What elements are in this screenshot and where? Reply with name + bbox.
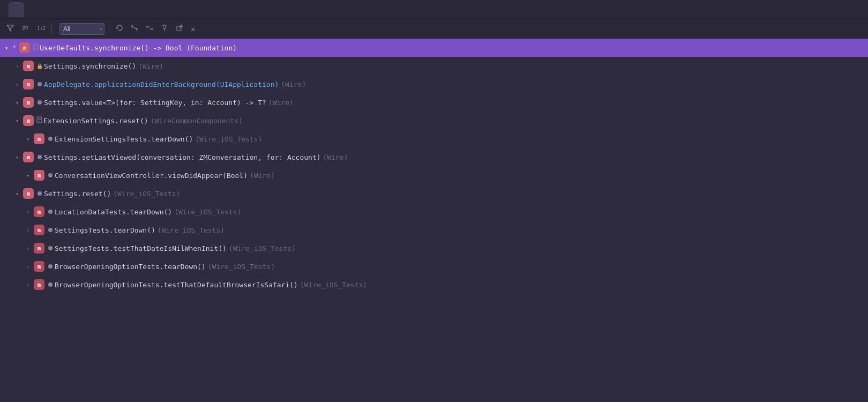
method-badge: m [19, 42, 30, 53]
svg-line-10 [179, 25, 182, 28]
tab-bar-right [851, 9, 864, 11]
tree-row[interactable]: ›mAppDelegate.applicationDidEnterBackgro… [0, 75, 868, 93]
collapse-icon[interactable] [144, 23, 155, 34]
method-badge: m [34, 279, 44, 290]
expand-arrow-icon[interactable]: ▾ [13, 191, 21, 197]
row-method-name: BrowserOpeningOptionTests.tearDown() [55, 263, 206, 271]
access-dot-icon [48, 228, 53, 232]
access-dot-icon [38, 155, 42, 159]
expand-icon[interactable] [129, 23, 140, 34]
row-module-name: (Wire_iOS_Tests) [300, 281, 367, 289]
method-badge: m [23, 97, 34, 108]
minimize-icon[interactable] [859, 9, 864, 11]
scope-select[interactable]: All Project Workspace [59, 23, 104, 35]
expand-arrow-icon[interactable]: ▾ [13, 154, 21, 160]
row-module-name: (Wire) [138, 62, 163, 70]
tab-bar-left [4, 2, 24, 17]
row-module-name: (Wire_iOS_Tests) [174, 208, 241, 216]
scope-wrapper[interactable]: All Project Workspace ▾ [59, 23, 104, 35]
call-hierarchy-tree[interactable]: ▾*mUserDefaults.synchronize() -> Bool (F… [0, 39, 868, 402]
tree-row[interactable]: ▾mSettings.reset() (Wire_iOS_Tests) [0, 184, 868, 203]
row-method-name: SettingsTests.tearDown() [55, 226, 155, 234]
star-icon: * [12, 44, 16, 51]
sort-numeric-icon[interactable]: 1↓2 [34, 23, 47, 34]
tree-row[interactable]: ▾mConversationViewController.viewDidAppe… [0, 166, 868, 184]
tree-row[interactable]: ›mBrowserOpeningOptionTests.tearDown() (… [0, 257, 868, 276]
tree-row[interactable]: ›mSettingsTests.tearDown() (Wire_iOS_Tes… [0, 221, 868, 239]
access-dot-icon [48, 173, 53, 177]
method-badge: m [34, 243, 44, 254]
method-badge: m [23, 115, 34, 126]
tree-row[interactable]: ▾mSettings.setLastViewed(conversation: Z… [0, 148, 868, 166]
row-method-name: BrowserOpeningOptionTests.testThatDefaul… [55, 281, 298, 289]
open-external-icon[interactable] [174, 23, 185, 34]
row-method-name: Settings.synchronize() [44, 62, 136, 70]
expand-arrow-icon[interactable]: ▾ [24, 136, 32, 142]
row-method-name: ConversationViewController.viewDidAppear… [55, 172, 248, 180]
expand-arrow-icon[interactable]: › [24, 227, 32, 233]
tree-row[interactable]: ›mBrowserOpeningOptionTests.testThatDefa… [0, 276, 868, 294]
method-badge: m [34, 133, 44, 144]
expand-arrow-icon[interactable]: › [24, 264, 32, 270]
method-badge: m [34, 261, 44, 272]
tree-row[interactable]: ▾mExtensionSettings.reset() (WireCommonC… [0, 111, 868, 130]
expand-arrow-icon[interactable]: › [24, 282, 32, 288]
row-module-name: (Wire) [268, 99, 294, 107]
svg-marker-8 [163, 25, 166, 28]
file-icon [33, 43, 39, 52]
row-module-name: (Wire) [323, 153, 348, 161]
tree-row[interactable]: ▾mExtensionSettingsTests.tearDown() (Wir… [0, 130, 868, 148]
expand-arrow-icon[interactable]: ▾ [24, 173, 32, 178]
access-dot-icon [48, 137, 53, 141]
lock-icon: 🔒 [36, 63, 43, 69]
row-method-name: Settings.reset() [44, 190, 111, 198]
sort-icon[interactable] [19, 23, 31, 34]
row-method-name: UserDefaults.synchronize() -> Bool (Foun… [40, 44, 237, 52]
expand-arrow-icon[interactable]: ▾ [13, 118, 21, 124]
pin-icon[interactable] [159, 23, 170, 34]
tree-row[interactable]: ▾mSettings.value<T>(for: SettingKey, in:… [0, 93, 868, 111]
refresh-icon[interactable] [114, 23, 125, 34]
svg-marker-0 [7, 25, 13, 31]
tree-row[interactable]: ▾*mUserDefaults.synchronize() -> Bool (F… [0, 39, 868, 57]
access-dot-icon [38, 191, 42, 196]
callers-tab[interactable] [9, 2, 24, 17]
method-badge: m [23, 61, 34, 71]
row-module-name: (Wire_iOS_Tests) [195, 135, 262, 143]
access-dot-icon [48, 282, 53, 287]
expand-arrow-icon[interactable]: › [13, 63, 21, 69]
row-method-name: ExtensionSettingsTests.tearDown() [55, 135, 193, 143]
tab-bar [0, 0, 868, 19]
row-module-name: (Wire_iOS_Tests) [113, 190, 180, 198]
row-method-name: LocationDataTests.tearDown() [55, 208, 172, 216]
toolbar-separator-2 [109, 24, 109, 34]
expand-arrow-icon[interactable]: › [13, 81, 21, 87]
tree-row[interactable]: ›mSettingsTests.testThatDateIsNilWhenIni… [0, 239, 868, 257]
access-dot-icon [38, 100, 42, 105]
row-method-name: Settings.value<T>(for: SettingKey, in: A… [44, 99, 266, 107]
toolbar: 1↓2 All Project Workspace ▾ [0, 19, 868, 39]
toolbar-close-icon[interactable]: ✕ [189, 24, 197, 34]
row-module-name: (WireCommonComponents) [151, 117, 243, 125]
access-dot-icon [48, 264, 53, 269]
access-dot-icon [48, 210, 53, 214]
gear-icon[interactable] [851, 9, 855, 11]
filter-icon[interactable] [4, 23, 16, 34]
tree-row[interactable]: ›m🔒Settings.synchronize() (Wire) [0, 57, 868, 75]
row-module-name: (Wire_iOS_Tests) [158, 226, 225, 234]
tree-row[interactable]: ›mLocationDataTests.tearDown() (Wire_iOS… [0, 203, 868, 221]
method-badge: m [23, 188, 34, 199]
row-module-name: (Wire_iOS_Tests) [208, 263, 275, 271]
expand-arrow-icon[interactable]: › [24, 245, 32, 251]
method-badge: m [34, 206, 44, 217]
expand-arrow-icon[interactable]: › [24, 209, 32, 215]
expand-arrow-icon[interactable]: ▾ [13, 100, 21, 106]
row-module-name: (Wire) [281, 80, 306, 88]
row-method-name: ExtensionSettings.reset() [43, 117, 148, 125]
row-module-name: (Wire_iOS_Tests) [229, 244, 296, 252]
toolbar-separator-1 [51, 24, 52, 34]
row-method-name: SettingsTests.testThatDateIsNilWhenInit(… [55, 244, 227, 252]
method-badge: m [34, 170, 44, 181]
access-dot-icon [38, 82, 42, 86]
expand-arrow-icon[interactable]: ▾ [2, 45, 11, 51]
